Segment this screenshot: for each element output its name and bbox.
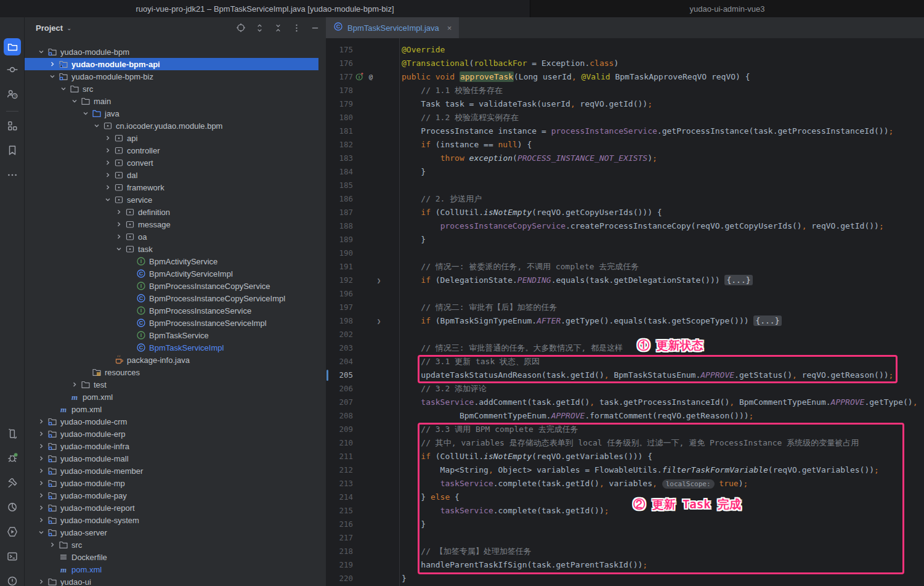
chevron-down-icon[interactable] bbox=[113, 243, 124, 254]
tree-item-yudao-module-pay[interactable]: yudao-module-pay bbox=[25, 489, 326, 502]
line-number[interactable]: 208 bbox=[326, 409, 353, 423]
gutter[interactable]: 182 bbox=[326, 138, 399, 152]
gutter[interactable]: 180 bbox=[326, 111, 399, 124]
tree-item-pom-xml[interactable]: mpom.xml bbox=[25, 391, 326, 403]
tree-item-bpmprocessinstancecopyserviceimpl[interactable]: CBpmProcessInstanceCopyServiceImpl bbox=[25, 292, 326, 304]
gutter[interactable]: 179 bbox=[326, 97, 399, 111]
chevron-down-icon[interactable] bbox=[102, 194, 113, 205]
bookmarks-icon[interactable] bbox=[4, 142, 21, 159]
line-number[interactable]: 180 bbox=[326, 111, 353, 124]
run-icon[interactable] bbox=[4, 523, 21, 540]
tree-item-yudao-module-system[interactable]: yudao-module-system bbox=[25, 514, 326, 526]
gutter[interactable]: 187 bbox=[326, 206, 399, 219]
line-number[interactable]: 212 bbox=[326, 463, 353, 477]
tree-item-bpmprocessinstanceservice[interactable]: IBpmProcessInstanceService bbox=[25, 304, 326, 317]
line-number[interactable]: 179 bbox=[326, 97, 353, 111]
tree-item-oa[interactable]: oa bbox=[25, 230, 326, 243]
line-number[interactable]: 211 bbox=[326, 450, 353, 463]
chevron-right-icon[interactable] bbox=[47, 539, 58, 550]
line-number[interactable]: 196 bbox=[326, 287, 353, 301]
fold-arrow-icon[interactable]: ❯ bbox=[374, 314, 384, 328]
gutter[interactable]: 204 bbox=[326, 355, 399, 368]
tree-item-yudao-module-bpm-biz[interactable]: yudao-module-bpm-biz bbox=[25, 70, 326, 83]
chevron-down-icon[interactable] bbox=[69, 96, 80, 107]
more-icon[interactable] bbox=[4, 166, 21, 184]
tree-item-test[interactable]: test bbox=[25, 378, 326, 391]
tree-item-pom-xml[interactable]: mpom.xml bbox=[25, 403, 326, 415]
gutter[interactable]: 208 bbox=[326, 409, 399, 423]
tree-item-yudao-module-infra[interactable]: yudao-module-infra bbox=[25, 440, 326, 452]
profiler-icon[interactable] bbox=[4, 499, 21, 516]
gutter[interactable]: 212 bbox=[326, 463, 399, 477]
line-number[interactable]: 191 bbox=[326, 260, 353, 274]
tree-item-yudao-module-erp[interactable]: yudao-module-erp bbox=[25, 428, 326, 440]
folded-code-chip[interactable]: {...} bbox=[724, 275, 752, 285]
gutter[interactable]: 190 bbox=[326, 246, 399, 260]
gutter[interactable]: 196 bbox=[326, 287, 399, 301]
tree-item-yudao-module-bpm-api[interactable]: yudao-module-bpm-api bbox=[25, 58, 318, 70]
line-number[interactable]: 198 bbox=[326, 314, 353, 328]
commit-icon[interactable] bbox=[4, 61, 21, 78]
line-number[interactable]: 177 bbox=[326, 70, 353, 84]
gutter[interactable]: 220 bbox=[326, 572, 399, 585]
close-icon[interactable]: × bbox=[447, 23, 452, 33]
line-number[interactable]: 213 bbox=[326, 477, 353, 490]
gutter[interactable]: 183 bbox=[326, 152, 399, 165]
line-number[interactable]: 217 bbox=[326, 531, 353, 545]
gutter[interactable]: 215 bbox=[326, 504, 399, 518]
chevron-right-icon[interactable] bbox=[113, 219, 124, 230]
tree-item-java[interactable]: java bbox=[25, 107, 326, 120]
editor-area[interactable]: C BpmTaskServiceImpl.java × ① 更新状态 ② 更新 … bbox=[326, 17, 924, 586]
fold-arrow-icon[interactable]: ❯ bbox=[374, 274, 384, 287]
chevron-right-icon[interactable] bbox=[102, 157, 113, 168]
tree-item-yudao-module-mall[interactable]: yudao-module-mall bbox=[25, 452, 326, 465]
gutter[interactable]: 219 bbox=[326, 558, 399, 572]
hide-panel-icon[interactable] bbox=[310, 23, 320, 33]
line-number[interactable]: 184 bbox=[326, 165, 353, 179]
project-folder-icon[interactable] bbox=[4, 38, 21, 55]
tree-item-main[interactable]: main bbox=[25, 95, 326, 107]
tree-item-bpmprocessinstanceserviceimpl[interactable]: CBpmProcessInstanceServiceImpl bbox=[25, 317, 326, 329]
chevron-right-icon[interactable] bbox=[36, 478, 47, 489]
gutter[interactable]: 205 bbox=[326, 368, 399, 382]
code-editor[interactable]: ① 更新状态 ② 更新 Task 完成 175@Override176@Tran… bbox=[326, 38, 924, 586]
chevron-right-icon[interactable] bbox=[102, 145, 113, 156]
chevron-right-icon[interactable] bbox=[69, 379, 80, 390]
line-number[interactable]: 183 bbox=[326, 152, 353, 165]
gutter[interactable]: 197 bbox=[326, 301, 399, 314]
gutter[interactable]: 206 bbox=[326, 382, 399, 396]
line-number[interactable]: 215 bbox=[326, 504, 353, 518]
tree-item-definition[interactable]: definition bbox=[25, 206, 326, 218]
gutter[interactable]: 177I@ bbox=[326, 70, 399, 84]
chevron-right-icon[interactable] bbox=[113, 231, 124, 242]
tree-item-dal[interactable]: dal bbox=[25, 169, 326, 181]
gutter[interactable]: 198❯ bbox=[326, 314, 399, 328]
tree-item-service[interactable]: service bbox=[25, 193, 326, 206]
terminal-icon[interactable] bbox=[4, 548, 21, 565]
project-panel-title[interactable]: Project bbox=[36, 23, 63, 33]
tree-item-bpmprocessinstancecopyservice[interactable]: IBpmProcessInstanceCopyService bbox=[25, 280, 326, 292]
line-number[interactable]: 218 bbox=[326, 545, 353, 558]
tree-item-package-info-java[interactable]: package-info.java bbox=[25, 354, 326, 366]
implements-icon[interactable]: I bbox=[355, 72, 364, 83]
line-number[interactable]: 176 bbox=[326, 57, 353, 70]
gutter[interactable]: 185 bbox=[326, 179, 399, 192]
line-number[interactable]: 204 bbox=[326, 355, 353, 368]
problems-icon[interactable] bbox=[4, 572, 21, 586]
line-number[interactable]: 192 bbox=[326, 274, 353, 287]
line-number[interactable]: 187 bbox=[326, 206, 353, 219]
tree-item-src[interactable]: src bbox=[25, 83, 326, 95]
expand-all-icon[interactable] bbox=[254, 23, 264, 33]
gutter[interactable]: 214 bbox=[326, 490, 399, 504]
tree-item-yudao-ui[interactable]: yudao-ui bbox=[25, 576, 326, 586]
chevron-right-icon[interactable] bbox=[36, 502, 47, 513]
tree-item-yudao-server[interactable]: yudao-server bbox=[25, 526, 326, 539]
tree-item-yudao-module-crm[interactable]: yudao-module-crm bbox=[25, 415, 326, 428]
annotated-icon[interactable]: @ bbox=[367, 72, 375, 83]
line-number[interactable]: 206 bbox=[326, 382, 353, 396]
gutter[interactable]: 202 bbox=[326, 328, 399, 341]
chevron-right-icon[interactable] bbox=[47, 59, 58, 70]
chevron-down-icon[interactable] bbox=[36, 46, 47, 57]
chevron-right-icon[interactable] bbox=[36, 576, 47, 586]
gutter[interactable]: 188 bbox=[326, 219, 399, 233]
